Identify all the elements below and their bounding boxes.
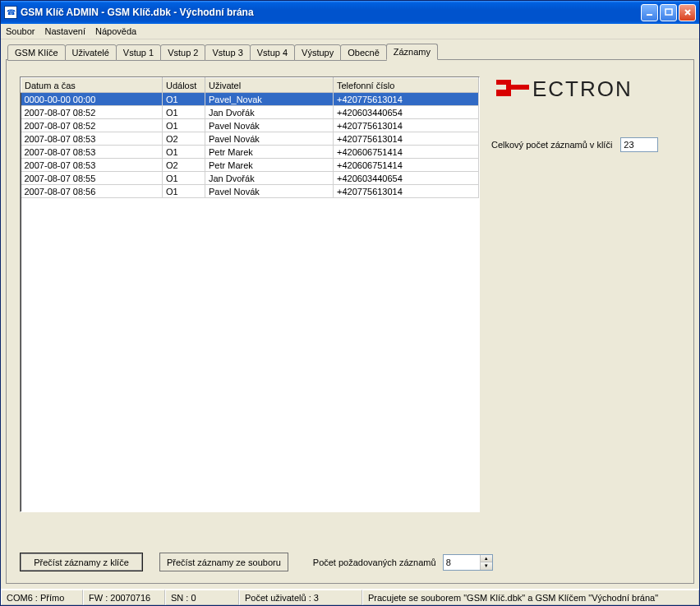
tab-vstup-4[interactable]: Vstup 4 [250,44,295,61]
cell-user: Pavel Novák [205,185,334,198]
status-sn: SN : 0 [165,590,239,605]
tab-obecně[interactable]: Obecně [340,44,387,61]
cell-phone: +420606751414 [334,146,479,159]
tab-panel-records: Datum a čas Událost Uživatel Telefonní č… [6,59,694,584]
requested-records-spinner[interactable]: ▲ ▼ [443,554,493,571]
menu-file[interactable]: Soubor [6,26,35,36]
records-table[interactable]: Datum a čas Událost Uživatel Telefonní č… [21,77,479,198]
cell-event: O1 [163,185,205,198]
tab-výstupy[interactable]: Výstupy [294,44,341,61]
menubar: Soubor Nastavení Nápověda [1,24,699,39]
table-row[interactable]: 2007-08-07 08:53O2Pavel Novák+4207756130… [21,132,479,146]
bottom-toolbar: Přečíst záznamy z klíče Přečíst záznamy … [20,541,680,571]
cell-datetime: 2007-08-07 08:52 [21,106,163,119]
cell-user: Pavel Novák [205,119,334,132]
status-port: COM6 : Přímo [1,590,83,605]
records-table-container: Datum a čas Událost Uživatel Telefonní č… [20,76,480,512]
cell-event: O1 [163,93,205,106]
cell-phone: +420775613014 [334,185,479,198]
tab-strip: GSM KlíčeUživateléVstup 1Vstup 2Vstup 3V… [6,43,694,60]
app-icon: ☎ [4,6,17,19]
table-row[interactable]: 2007-08-07 08:53O1Petr Marek+42060675141… [21,146,479,159]
tab-vstup-1[interactable]: Vstup 1 [116,44,161,61]
cell-user: Petr Marek [205,146,334,159]
window-title: GSM Klíč ADMIN - GSM Klíč.dbk - Východní… [21,7,641,18]
col-header-datetime[interactable]: Datum a čas [21,78,163,93]
table-row[interactable]: 2007-08-07 08:56O1Pavel Novák+4207756130… [21,185,479,198]
titlebar: ☎ GSM Klíč ADMIN - GSM Klíč.dbk - Východ… [1,1,699,24]
cell-phone: +420775613014 [334,93,479,106]
app-window: ☎ GSM Klíč ADMIN - GSM Klíč.dbk - Východ… [0,0,700,606]
cell-datetime: 2007-08-07 08:53 [21,132,163,146]
svg-text:ECTRON: ECTRON [532,76,633,101]
svg-rect-0 [647,14,652,16]
tab-gsm-klíče[interactable]: GSM Klíče [7,44,66,61]
table-row[interactable]: 2007-08-07 08:55O1Jan Dvořák+42060344065… [21,172,479,185]
content-area: GSM KlíčeUživateléVstup 1Vstup 2Vstup 3V… [1,39,699,589]
tab-vstup-2[interactable]: Vstup 2 [160,44,205,61]
cell-datetime: 2007-08-07 08:56 [21,185,163,198]
cell-phone: +420606751414 [334,159,479,172]
cell-phone: +420603440654 [334,172,479,185]
spin-up-button[interactable]: ▲ [481,555,492,563]
close-button[interactable] [679,4,696,21]
cell-datetime: 2007-08-07 08:53 [21,159,163,172]
requested-records-input[interactable] [444,555,480,570]
side-panel: ECTRON Celkový počet záznamů v klíči [491,76,680,541]
menu-help[interactable]: Nápověda [95,26,136,36]
statusbar: COM6 : Přímo FW : 20070716 SN : 0 Počet … [1,589,699,605]
status-message: Pracujete se souborem "GSM Klíč.dbk" a G… [362,590,699,605]
cell-event: O2 [163,132,205,146]
cell-user: Pavel Novák [205,132,334,146]
col-header-user[interactable]: Uživatel [205,78,334,93]
requested-records-label: Počet požadovaných záznamů [313,557,436,567]
table-row[interactable]: 2007-08-07 08:52O1Jan Dvořák+42060344065… [21,106,479,119]
cell-phone: +420603440654 [334,106,479,119]
total-records-label: Celkový počet záznamů v klíči [491,140,612,150]
cell-phone: +420775613014 [334,132,479,146]
cell-user: Petr Marek [205,159,334,172]
maximize-button[interactable] [660,4,677,21]
cell-event: O1 [163,106,205,119]
table-row[interactable]: 2007-08-07 08:53O2Petr Marek+42060675141… [21,159,479,172]
table-row[interactable]: 2007-08-07 08:52O1Pavel Novák+4207756130… [21,119,479,132]
cell-user: Jan Dvořák [205,106,334,119]
cell-datetime: 2007-08-07 08:55 [21,172,163,185]
cell-event: O1 [163,119,205,132]
tab-uživatelé[interactable]: Uživatelé [65,44,117,61]
minimize-button[interactable] [641,4,658,21]
tab-vstup-3[interactable]: Vstup 3 [205,44,250,61]
read-from-file-button[interactable]: Přečíst záznamy ze souboru [159,553,288,571]
status-fw: FW : 20070716 [83,590,165,605]
status-users: Počet uživatelů : 3 [239,590,362,605]
cell-phone: +420775613014 [334,119,479,132]
menu-settings[interactable]: Nastavení [44,26,85,36]
table-row[interactable]: 0000-00-00 00:00O1Pavel_Novak+4207756130… [21,93,479,106]
tab-záznamy[interactable]: Záznamy [386,44,438,60]
col-header-phone[interactable]: Telefonní číslo [334,78,479,93]
read-from-key-button[interactable]: Přečíst záznamy z klíče [20,553,143,571]
sectron-logo: ECTRON [491,75,680,101]
cell-event: O2 [163,159,205,172]
total-records-field[interactable] [620,137,658,152]
cell-datetime: 2007-08-07 08:52 [21,119,163,132]
cell-event: O1 [163,146,205,159]
svg-rect-1 [665,9,672,15]
cell-user: Pavel_Novak [205,93,334,106]
cell-datetime: 2007-08-07 08:53 [21,146,163,159]
spin-down-button[interactable]: ▼ [481,562,492,570]
cell-event: O1 [163,172,205,185]
cell-user: Jan Dvořák [205,172,334,185]
cell-datetime: 0000-00-00 00:00 [21,93,163,106]
col-header-event[interactable]: Událost [163,78,205,93]
